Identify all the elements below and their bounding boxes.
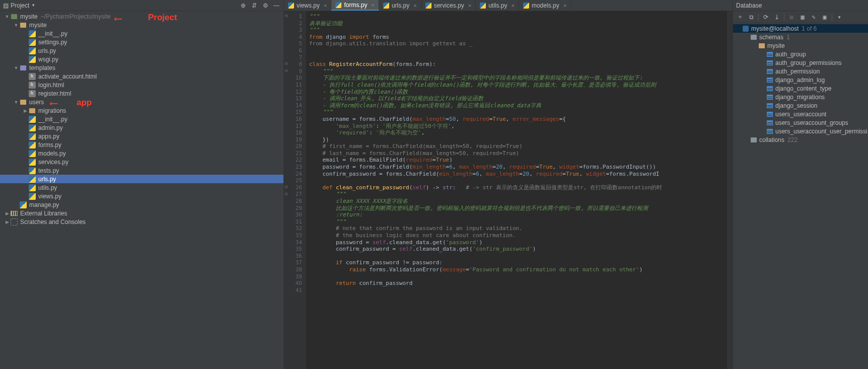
add-datasource-icon[interactable]: ＋ <box>736 13 744 21</box>
db-item-django_migrations[interactable]: django_migrations <box>733 93 868 101</box>
tree-item-register-html[interactable]: register.html <box>0 89 283 98</box>
close-tab-icon[interactable]: × <box>512 3 515 9</box>
project-tree[interactable]: mysite~/PycharmProjects/mysitemysite__in… <box>0 11 283 369</box>
tree-item-admin-py[interactable]: admin.py <box>0 123 283 132</box>
tree-item-services-py[interactable]: services.py <box>0 158 283 166</box>
code-line[interactable]: # note that confirm the password is an i… <box>309 225 733 232</box>
tree-item-External-Libraries[interactable]: External Libraries <box>0 209 283 217</box>
tree-item-models-py[interactable]: models.py <box>0 149 283 158</box>
close-tab-icon[interactable]: × <box>371 2 374 8</box>
line-number[interactable]: 2 <box>284 20 302 27</box>
fold-icon[interactable]: ⊟ <box>285 13 287 18</box>
line-number[interactable]: 5 <box>284 40 302 47</box>
tree-arrow-icon[interactable] <box>4 14 10 19</box>
code-line[interactable]: - 调用clean_开头, 以field名字结尾的自定义field验证函数 <box>309 95 733 102</box>
database-tree[interactable]: mysite@localhost1 of 6schemas1mysiteauth… <box>733 23 868 369</box>
line-number[interactable]: 35 <box>284 246 302 253</box>
tree-item-urls-py[interactable]: urls.py <box>0 46 283 55</box>
line-number[interactable]: 19 <box>284 136 302 143</box>
tree-item-login-html[interactable]: login.html <box>0 81 283 89</box>
edit-icon[interactable]: ✎ <box>810 13 818 21</box>
console-icon[interactable]: ▣ <box>821 13 829 21</box>
editor-tab-services-py[interactable]: services.py× <box>421 0 476 11</box>
code-line[interactable]: password = forms.CharField(min_length=6,… <box>309 164 733 171</box>
db-item-auth_permission[interactable]: auth_permission <box>733 67 868 76</box>
code-area[interactable]: """表单验证功能"""from django import formsfrom… <box>306 11 733 369</box>
line-number[interactable]: 36 <box>284 253 302 260</box>
line-number[interactable]: 33 <box>284 232 302 239</box>
line-number[interactable]: 40 <box>284 280 302 287</box>
tree-item-views-py[interactable]: views.py <box>0 192 283 200</box>
tx-icon[interactable]: ■ <box>787 13 795 21</box>
code-line[interactable]: # first_name = forms.CharField(max_lengt… <box>309 143 733 150</box>
editor-tab-models-py[interactable]: models.py× <box>519 0 571 11</box>
line-number[interactable]: 23 <box>284 164 302 171</box>
code-line[interactable]: clean_XXXX XXXX是字段名 <box>309 198 733 205</box>
duplicate-icon[interactable]: ⧉ <box>747 13 755 21</box>
code-line[interactable]: class RegisterAccountForm(forms.Form): <box>309 61 733 68</box>
close-tab-icon[interactable]: × <box>563 3 566 9</box>
tree-item-utils-py[interactable]: utils.py <box>0 183 283 192</box>
line-number[interactable]: 12 <box>284 89 302 96</box>
line-number[interactable]: 25 <box>284 177 302 184</box>
code-line[interactable] <box>309 253 733 260</box>
code-line[interactable]: """ <box>309 109 733 116</box>
line-number[interactable]: 22 <box>284 157 302 164</box>
code-line[interactable]: return confirm_password <box>309 280 733 287</box>
tree-item-__init__-py[interactable]: __init__.py <box>0 115 283 123</box>
code-line[interactable]: }) <box>309 136 733 143</box>
tree-arrow-icon[interactable] <box>13 100 19 105</box>
line-number[interactable]: 29 <box>284 205 302 212</box>
locate-icon[interactable]: ⊕ <box>239 2 247 10</box>
code-line[interactable]: 表单验证功能 <box>309 20 733 27</box>
code-line[interactable]: - 调用form的clean()函数, 如果clean没有错误, 那么它将返回c… <box>309 102 733 109</box>
line-number[interactable]: 31 <box>284 218 302 226</box>
tree-item-wsgi-py[interactable]: wsgi.py <box>0 55 283 63</box>
tree-arrow-icon[interactable] <box>4 211 10 216</box>
line-number[interactable]: 4 <box>284 34 302 41</box>
tree-arrow-icon[interactable] <box>13 23 19 28</box>
stop-icon[interactable]: ⤓ <box>773 13 781 21</box>
fold-icon[interactable]: ⊟ <box>285 191 287 196</box>
code-line[interactable]: password = self.cleaned_data.get('passwo… <box>309 239 733 246</box>
collapse-icon[interactable]: ⇵ <box>250 2 258 10</box>
line-number[interactable]: 10 <box>284 75 302 82</box>
refresh-icon[interactable]: ⟳ <box>762 13 770 21</box>
code-line[interactable]: """ <box>309 27 733 34</box>
code-line[interactable]: confirm_password = self.cleaned_data.get… <box>309 246 733 253</box>
tree-item-migrations[interactable]: migrations <box>0 106 283 115</box>
code-line[interactable]: 下面的字段主要面对前端传递过来的数据进行验证并不一定和模型中的字段名称相同但是要… <box>309 75 733 82</box>
code-line[interactable]: def clean_confirm_password(self) -> str:… <box>309 184 733 191</box>
db-item-auth_group[interactable]: auth_group <box>733 50 868 58</box>
line-number[interactable]: 41 <box>284 287 302 294</box>
tree-item-templates[interactable]: templates <box>0 63 283 72</box>
db-item-users_useraccount[interactable]: users_useraccount <box>733 110 868 118</box>
code-line[interactable] <box>309 177 733 184</box>
code-line[interactable]: :return: <box>309 211 733 218</box>
editor-body[interactable]: ⊟1234567⊟8⊟91011121314151617181920212223… <box>284 11 733 369</box>
hide-icon[interactable]: — <box>272 2 280 10</box>
db-item-auth_group_permissions[interactable]: auth_group_permissions <box>733 58 868 67</box>
code-line[interactable]: confirm_password = forms.CharField(min_l… <box>309 171 733 178</box>
db-item-schemas[interactable]: schemas1 <box>733 33 868 41</box>
tree-item-manage-py[interactable]: manage.py <box>0 200 283 209</box>
line-number[interactable]: 21 <box>284 150 302 157</box>
line-number[interactable]: 13 <box>284 95 302 102</box>
db-item-django_content_type[interactable]: django_content_type <box>733 84 868 93</box>
line-number[interactable]: 34 <box>284 239 302 246</box>
code-line[interactable]: """ <box>309 191 733 198</box>
editor-tab-forms-py[interactable]: forms.py× <box>331 0 379 11</box>
close-tab-icon[interactable]: × <box>413 3 416 9</box>
editor-error-stripe[interactable] <box>728 11 733 369</box>
code-line[interactable]: username = forms.CharField(max_length=50… <box>309 116 733 123</box>
line-number[interactable]: 6 <box>284 47 302 54</box>
code-line[interactable]: """ <box>309 68 733 75</box>
db-item-django_admin_log[interactable]: django_admin_log <box>733 76 868 84</box>
code-line[interactable]: email = forms.EmailField(required=True) <box>309 157 733 164</box>
fold-icon[interactable]: ⊟ <box>285 61 287 66</box>
db-item-users_useraccount_groups[interactable]: users_useraccount_groups <box>733 118 868 127</box>
editor-tab-urls-py[interactable]: urls.py× <box>379 0 421 11</box>
tree-arrow-icon[interactable] <box>4 219 10 225</box>
editor-tab-views-py[interactable]: views.py× <box>284 0 331 11</box>
tree-item-forms-py[interactable]: forms.py <box>0 140 283 149</box>
